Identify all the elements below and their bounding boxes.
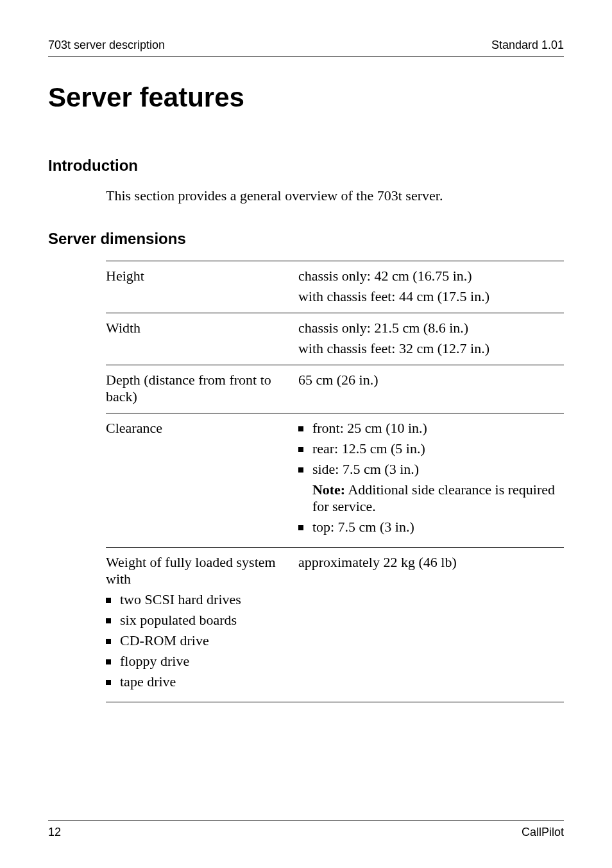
table-row: Height chassis only: 42 cm (16.75 in.) w… <box>106 261 564 313</box>
width-line2: with chassis feet: 32 cm (12.7 in.) <box>298 340 564 357</box>
header-right: Standard 1.01 <box>491 39 564 52</box>
height-label: Height <box>106 268 298 305</box>
clearance-rear: rear: 12.5 cm (5 in.) <box>298 440 564 457</box>
clearance-top: top: 7.5 cm (3 in.) <box>298 519 564 535</box>
page-footer: 12 CallPilot <box>48 820 564 839</box>
clearance-side: side: 7.5 cm (3 in.) <box>298 461 564 478</box>
footer-page-number: 12 <box>48 826 61 839</box>
weight-label-cell: Weight of fully loaded system with two S… <box>106 554 298 694</box>
introduction-body: This section provides a general overview… <box>106 187 564 204</box>
weight-intro: Weight of fully loaded system with <box>106 554 292 587</box>
weight-item-3: CD-ROM drive <box>106 632 292 649</box>
table-row: Weight of fully loaded system with two S… <box>106 548 564 702</box>
clearance-list: front: 25 cm (10 in.) rear: 12.5 cm (5 i… <box>298 420 564 478</box>
clearance-note: Note: Additional side clearance is requi… <box>298 482 564 515</box>
clearance-label: Clearance <box>106 420 298 539</box>
note-rest: Additional side clearance is required fo… <box>312 482 555 514</box>
table-row: Width chassis only: 21.5 cm (8.6 in.) wi… <box>106 313 564 365</box>
clearance-value: front: 25 cm (10 in.) rear: 12.5 cm (5 i… <box>298 420 564 539</box>
footer-product-name: CallPilot <box>522 826 564 839</box>
weight-item-5: tape drive <box>106 673 292 690</box>
header-left: 703t server description <box>48 39 165 52</box>
depth-value: 65 cm (26 in.) <box>298 372 564 405</box>
weight-item-2: six populated boards <box>106 612 292 629</box>
clearance-list-2: top: 7.5 cm (3 in.) <box>298 519 564 535</box>
height-value: chassis only: 42 cm (16.75 in.) with cha… <box>298 268 564 305</box>
table-row: Clearance front: 25 cm (10 in.) rear: 12… <box>106 413 564 548</box>
clearance-front: front: 25 cm (10 in.) <box>298 420 564 437</box>
weight-item-4: floppy drive <box>106 653 292 670</box>
weight-list: two SCSI hard drives six populated board… <box>106 591 292 690</box>
table-row: Depth (distance from front to back) 65 c… <box>106 365 564 413</box>
width-value: chassis only: 21.5 cm (8.6 in.) with cha… <box>298 320 564 357</box>
page-title: Server features <box>48 82 564 113</box>
weight-value: approximately 22 kg (46 lb) <box>298 554 564 694</box>
introduction-heading: Introduction <box>48 157 564 175</box>
note-bold: Note: <box>312 482 345 498</box>
height-line1: chassis only: 42 cm (16.75 in.) <box>298 268 564 284</box>
depth-label: Depth (distance from front to back) <box>106 372 298 405</box>
weight-item-1: two SCSI hard drives <box>106 591 292 608</box>
height-line2: with chassis feet: 44 cm (17.5 in.) <box>298 288 564 305</box>
width-line1: chassis only: 21.5 cm (8.6 in.) <box>298 320 564 336</box>
server-dimensions-heading: Server dimensions <box>48 230 564 248</box>
dimensions-table: Height chassis only: 42 cm (16.75 in.) w… <box>106 261 564 702</box>
page-header: 703t server description Standard 1.01 <box>48 39 564 56</box>
width-label: Width <box>106 320 298 357</box>
